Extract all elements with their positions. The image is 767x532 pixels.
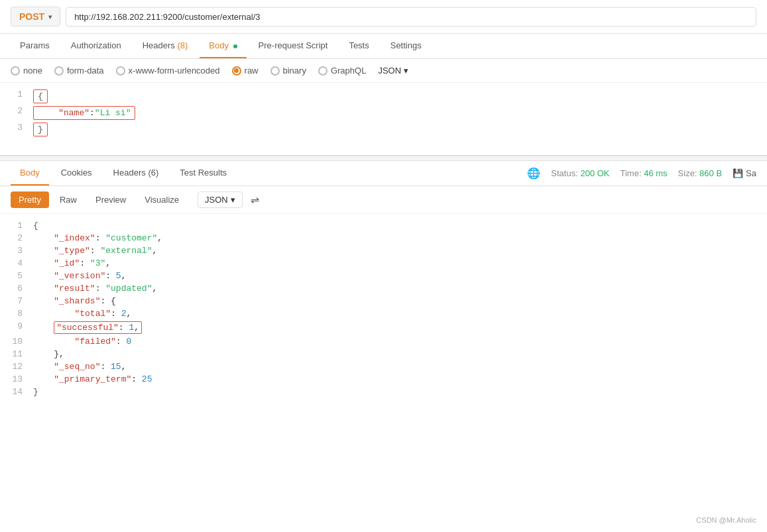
option-urlencoded[interactable]: x-www-form-urlencoded (116, 66, 220, 76)
option-form-data[interactable]: form-data (54, 66, 104, 76)
request-body-editor[interactable]: 1 { 2 "name":"Li si" 3 } (0, 83, 767, 156)
chevron-down-icon: ▾ (231, 195, 235, 205)
chevron-down-icon: ▾ (48, 13, 52, 21)
section-divider (0, 156, 767, 161)
tab-body[interactable]: Body (200, 34, 246, 58)
radio-none (11, 66, 20, 76)
line-number-2: 2 (0, 106, 33, 116)
resp-line-12: 12 "_seq_no": 15, (0, 360, 767, 373)
resp-line-2: 2 "_index": "customer", (0, 232, 767, 244)
save-icon: 💾 (733, 168, 743, 178)
code-content-3: } (38, 125, 43, 134)
line-number-3: 3 (0, 123, 33, 133)
code-line-1: 1 { (0, 88, 767, 105)
url-bar: POST ▾ (0, 0, 767, 34)
response-tabs: Body Cookies Headers (6) Test Results 🌐 … (0, 161, 767, 186)
request-tabs: Params Authorization Headers (8) Body Pr… (0, 34, 767, 59)
code-line-3: 3 } (0, 121, 767, 138)
code-content-1: { (38, 91, 43, 101)
radio-graphql (318, 66, 327, 76)
body-active-dot (233, 44, 237, 48)
radio-urlencoded (116, 66, 125, 76)
tab-raw[interactable]: Raw (52, 191, 85, 208)
line-number-1: 1 (0, 89, 33, 99)
response-status-bar: 🌐 Status: 200 OK Time: 46 ms Size: 860 B… (527, 167, 756, 180)
resp-line-9: 9 "successful": 1, (0, 320, 767, 335)
tab-tests[interactable]: Tests (339, 34, 378, 58)
tab-authorization[interactable]: Authorization (62, 34, 131, 58)
option-binary[interactable]: binary (270, 66, 306, 76)
tab-params[interactable]: Params (11, 34, 59, 58)
radio-binary (270, 66, 280, 76)
tab-response-test-results[interactable]: Test Results (170, 161, 236, 186)
resp-line-4: 4 "_id": "3", (0, 257, 767, 270)
tab-preview[interactable]: Preview (88, 191, 134, 208)
time-block: Time: 46 ms (620, 168, 668, 178)
wrap-toggle[interactable]: ⇌ (251, 193, 259, 206)
resp-line-13: 13 "_primary_term": 25 (0, 373, 767, 386)
option-none[interactable]: none (11, 66, 42, 76)
globe-icon: 🌐 (527, 167, 540, 180)
save-button[interactable]: 💾 Sa (733, 168, 756, 178)
code-line-2: 2 "name":"Li si" (0, 105, 767, 121)
tab-response-cookies[interactable]: Cookies (52, 161, 101, 186)
json-type-selector[interactable]: JSON ▾ (378, 66, 408, 76)
tab-pre-request[interactable]: Pre-request Script (249, 34, 337, 58)
method-label: POST (19, 11, 44, 22)
chevron-down-icon: ▾ (404, 66, 408, 76)
option-graphql[interactable]: GraphQL (318, 66, 366, 76)
resp-line-11: 11 }, (0, 348, 767, 360)
status-block: Status: 200 OK (551, 168, 609, 178)
url-input[interactable] (66, 7, 756, 27)
resp-line-8: 8 "total": 2, (0, 307, 767, 320)
tab-settings[interactable]: Settings (381, 34, 431, 58)
method-select[interactable]: POST ▾ (11, 7, 60, 27)
resp-line-10: 10 "failed": 0 (0, 335, 767, 348)
size-block: Size: 860 B (678, 168, 723, 178)
resp-line-1: 1 { (0, 219, 767, 232)
resp-line-7: 7 "_shards": { (0, 295, 767, 307)
tab-visualize[interactable]: Visualize (137, 191, 187, 208)
tab-response-body[interactable]: Body (11, 161, 49, 186)
tab-response-headers[interactable]: Headers (6) (104, 161, 168, 186)
radio-form-data (54, 66, 64, 76)
resp-line-3: 3 "_type": "external", (0, 244, 767, 257)
response-body: 1 { 2 "_index": "customer", 3 "_type": "… (0, 214, 767, 439)
radio-raw (232, 66, 241, 76)
resp-line-14: 14 } (0, 386, 767, 398)
tab-pretty[interactable]: Pretty (11, 191, 49, 208)
option-raw[interactable]: raw (232, 66, 259, 76)
resp-line-5: 5 "_version": 5, (0, 270, 767, 282)
response-json-selector[interactable]: JSON ▾ (198, 191, 243, 208)
response-body-tabs: Pretty Raw Preview Visualize JSON ▾ ⇌ (0, 186, 767, 214)
resp-line-6: 6 "result": "updated", (0, 282, 767, 295)
tab-headers[interactable]: Headers (8) (133, 34, 198, 58)
body-options: none form-data x-www-form-urlencoded raw… (0, 59, 767, 83)
